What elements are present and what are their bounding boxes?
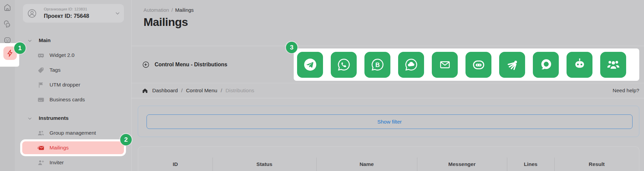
section-instruments[interactable]: Instruments (15, 111, 131, 126)
flag-icon (37, 81, 44, 89)
chevron-down-icon (28, 116, 32, 121)
mailings-table-header: ID Status Name Messenger Lines Result (138, 146, 639, 171)
inviter-icon (37, 159, 44, 166)
home-icon[interactable] (3, 3, 12, 12)
filter-card: Show filter (138, 106, 639, 137)
sidebar-item-mailings: Mailings (15, 140, 131, 155)
breadcrumb-secondary: Dashboard / Control Menu / Distributions… (132, 83, 644, 98)
section-label: Main (39, 37, 51, 43)
tag-icon (37, 67, 44, 74)
chevron-down-icon (115, 11, 120, 16)
page-title: Mailings (143, 15, 188, 29)
group-icon (37, 130, 44, 137)
sidebar-item-label: Business cards (50, 97, 85, 103)
control-menu-bar: Control Menu - Distributions B (132, 46, 644, 83)
sidebar-item-label: Inviter (50, 160, 64, 166)
breadcrumb-dashboard[interactable]: Dashboard (152, 88, 178, 94)
messenger-bot-widget-button[interactable] (465, 52, 491, 78)
column-header-status[interactable]: Status (213, 147, 316, 171)
messenger-panel: B (294, 48, 639, 81)
sidebar-item-widget[interactable]: Widget 2.0 (15, 48, 131, 63)
chevron-down-icon (28, 38, 32, 43)
breadcrumb-parent[interactable]: Automation (143, 7, 169, 13)
app-screen: Организация ID: 123831 Проект ID: 75648 … (0, 0, 644, 171)
messenger-jivo-button[interactable] (499, 52, 525, 78)
home-icon[interactable] (142, 88, 148, 94)
control-menu-title: Control Menu - Distributions (155, 46, 227, 83)
project-id: Проект ID: 75648 (44, 13, 89, 19)
messenger-avito-chat-button[interactable] (533, 52, 559, 78)
mail-icon (37, 144, 44, 151)
svg-text:B: B (375, 62, 380, 68)
sidebar-item-group-management[interactable]: Group management (15, 126, 131, 140)
breadcrumb-separator: / (221, 88, 222, 94)
widget-icon (37, 52, 44, 59)
show-filter-button[interactable]: Show filter (147, 114, 633, 129)
sidebar-nav: Main Widget 2.0 Tags UTM dropper Busines… (15, 33, 131, 170)
column-header-id[interactable]: ID (138, 147, 213, 171)
column-header-result[interactable]: Result (554, 147, 639, 171)
breadcrumb: Automation / Mailings (143, 7, 194, 13)
sidebar: Организация ID: 123831 Проект ID: 75648 … (15, 0, 131, 171)
breadcrumb-separator: / (171, 7, 173, 13)
messenger-robot-button[interactable] (567, 52, 592, 78)
sidebar-item-label: Widget 2.0 (50, 52, 74, 58)
organization-id: Организация ID: 123831 (44, 7, 87, 11)
messenger-groups-button[interactable] (600, 52, 626, 78)
breadcrumb-separator: / (181, 88, 183, 94)
sidebar-item-label: Mailings (50, 145, 69, 151)
messenger-telegram-button[interactable] (297, 52, 323, 78)
left-rail (0, 0, 15, 171)
chats-icon[interactable] (3, 20, 12, 28)
sidebar-item-label: Tags (50, 67, 61, 73)
step-badge-3: 3 (286, 42, 297, 53)
card-icon (37, 96, 44, 103)
step-badge-2: 2 (120, 134, 132, 145)
project-selector[interactable]: Организация ID: 123831 Проект ID: 75648 (23, 4, 124, 23)
breadcrumb-current: Mailings (175, 7, 194, 13)
messenger-sms-chat-button[interactable] (398, 52, 424, 78)
column-header-messenger[interactable]: Messenger (417, 147, 507, 171)
sidebar-item-mailings-active[interactable]: Mailings (22, 141, 124, 154)
column-header-name[interactable]: Name (316, 147, 417, 171)
breadcrumb-control-menu[interactable]: Control Menu (186, 88, 217, 94)
main-content: Automation / Mailings Mailings Control M… (131, 0, 644, 171)
section-main[interactable]: Main (15, 33, 131, 48)
column-header-lines[interactable]: Lines (507, 147, 554, 171)
breadcrumb-distributions: Distributions (226, 88, 254, 94)
sidebar-item-business-cards[interactable]: Business cards (15, 92, 131, 107)
sidebar-item-tags[interactable]: Tags (15, 63, 131, 77)
section-label: Instruments (39, 115, 69, 121)
messenger-whatsapp-business-button[interactable]: B (364, 52, 390, 78)
sidebar-item-inviter[interactable]: Inviter (15, 155, 131, 170)
sidebar-item-label: Group management (50, 130, 96, 136)
need-help-link[interactable]: Need help? (613, 88, 639, 94)
sidebar-item-utm-dropper[interactable]: UTM dropper (15, 77, 131, 92)
step-badge-1: 1 (14, 42, 26, 54)
sidebar-item-label: UTM dropper (50, 82, 80, 88)
messenger-email-button[interactable] (432, 52, 458, 78)
back-icon[interactable] (142, 61, 150, 68)
avatar-icon (27, 8, 37, 19)
messenger-whatsapp-button[interactable] (331, 52, 357, 78)
